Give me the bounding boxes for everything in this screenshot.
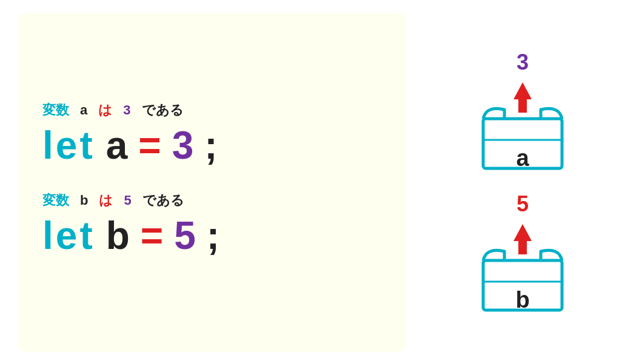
statement-2: 変数 b は 5 である let b = 5 ; bbox=[42, 191, 382, 257]
code-1-let: let bbox=[42, 124, 95, 167]
code-line-2: let b = 5 ; bbox=[42, 214, 382, 257]
code-2-val: 5 bbox=[174, 214, 196, 257]
code-2-var: b bbox=[106, 214, 130, 257]
svg-text:b: b bbox=[515, 287, 529, 313]
box-item-2: 5 b bbox=[471, 191, 574, 315]
desc-2-word3: は bbox=[99, 191, 113, 210]
desc-1-word5: である bbox=[142, 101, 184, 119]
divider bbox=[42, 173, 382, 191]
desc-2-word5: である bbox=[142, 191, 184, 210]
code-line-1: let a = 3 ; bbox=[42, 124, 382, 167]
code-1-semi: ; bbox=[204, 124, 217, 167]
desc-2-word2: b bbox=[80, 193, 88, 208]
main-container: 変数 a は 3 である let a = 3 ; 変数 b は 5 である bbox=[0, 0, 639, 364]
code-1-val: 3 bbox=[172, 124, 194, 167]
code-2-semi: ; bbox=[207, 214, 219, 257]
svg-marker-4 bbox=[514, 224, 532, 254]
desc-line-1: 変数 a は 3 である bbox=[42, 101, 382, 119]
box-item-1: 3 a bbox=[471, 50, 574, 173]
code-panel: 変数 a は 3 である let a = 3 ; 変数 b は 5 である bbox=[18, 13, 406, 352]
desc-1-word3: は bbox=[98, 101, 112, 119]
code-1-var: a bbox=[106, 124, 128, 167]
box-1-svg: a bbox=[471, 76, 574, 173]
desc-2-word4: 5 bbox=[124, 193, 131, 208]
svg-marker-0 bbox=[514, 82, 532, 113]
statement-1: 変数 a は 3 である let a = 3 ; bbox=[42, 101, 382, 167]
box-1-number: 3 bbox=[517, 50, 529, 75]
desc-1-word2: a bbox=[80, 102, 87, 118]
code-2-eq: = bbox=[141, 214, 163, 257]
code-2-let: let bbox=[42, 214, 95, 257]
boxes-panel: 3 a 5 bbox=[424, 50, 621, 315]
desc-line-2: 変数 b は 5 である bbox=[42, 191, 382, 210]
desc-1-word4: 3 bbox=[123, 102, 130, 118]
svg-text:a: a bbox=[516, 145, 529, 171]
desc-1-word1: 変数 bbox=[42, 101, 69, 119]
box-2-svg: b bbox=[471, 218, 574, 315]
box-2-number: 5 bbox=[517, 191, 529, 217]
desc-2-word1: 変数 bbox=[42, 191, 69, 210]
code-1-eq: = bbox=[138, 124, 161, 167]
